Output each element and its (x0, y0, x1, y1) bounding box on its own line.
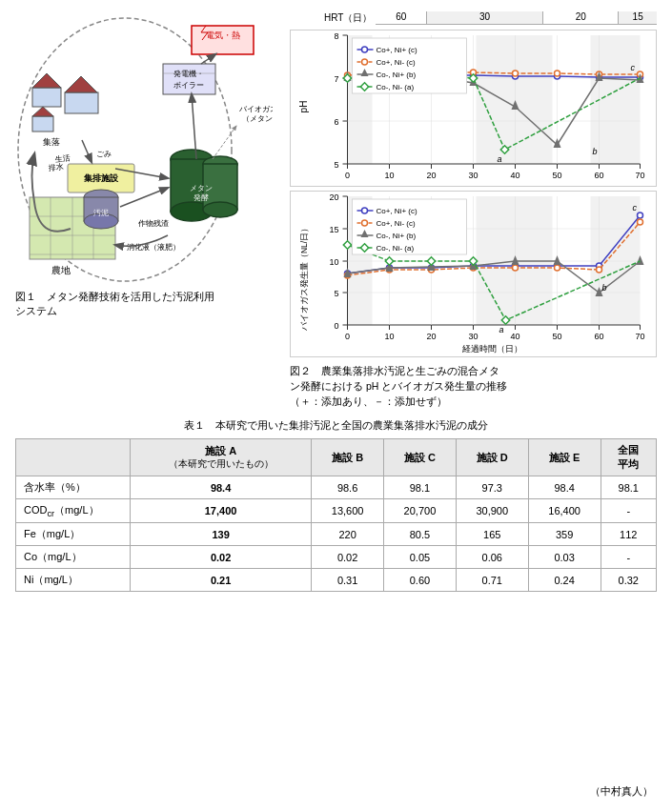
svg-text:バイオガス発生量（NL/日）: バイオガス発生量（NL/日） (299, 224, 309, 332)
svg-point-185 (638, 219, 643, 225)
svg-rect-197 (427, 257, 435, 265)
svg-rect-13 (32, 116, 53, 132)
fig2-caption: 図２ 農業集落排水汚泥と生ごみの混合メタ ン発酵における pH とバイオガス発生… (290, 364, 657, 409)
charts-area: HRT（日） 60 30 20 15 (290, 11, 657, 409)
svg-rect-11 (65, 92, 98, 113)
svg-rect-31 (163, 64, 215, 94)
cell-cod-c: 20,700 (384, 499, 457, 523)
svg-point-184 (597, 267, 602, 273)
svg-text:5: 5 (334, 160, 338, 170)
svg-text:b: b (602, 283, 607, 293)
svg-text:pH: pH (298, 101, 309, 113)
svg-text:Co+, Ni- (c): Co+, Ni- (c) (377, 219, 416, 228)
cell-co-c: 0.05 (384, 546, 457, 569)
cell-fe-e: 359 (528, 523, 601, 546)
cell-cod-nat: - (601, 499, 656, 523)
cell-ni-b: 0.31 (312, 569, 384, 592)
svg-text:汚泥: 汚泥 (93, 209, 109, 217)
svg-point-117 (362, 47, 368, 52)
cell-co-nat: - (601, 546, 656, 569)
svg-text:ごみ: ごみ (96, 150, 112, 158)
svg-text:70: 70 (635, 171, 644, 180)
ph-chart: 8 7 6 5 pH 0 10 20 (290, 30, 657, 187)
fig1-caption-line1: 図１ メタン発酵技術を活用した汚泥利用 (15, 291, 214, 302)
svg-text:10: 10 (384, 171, 394, 180)
svg-text:30: 30 (468, 171, 478, 180)
svg-point-28 (203, 202, 237, 217)
cell-moisture-b: 98.6 (312, 476, 384, 499)
table-row: Co（mg/L） 0.02 0.02 0.05 0.06 0.03 - (16, 546, 657, 569)
col-header-facility-a: 施設 A （本研究で用いたもの） (131, 439, 312, 476)
svg-text:10: 10 (384, 332, 394, 341)
svg-text:6: 6 (334, 117, 338, 127)
svg-text:20: 20 (426, 332, 436, 341)
page-container: 農地 集落 集排施設 汚泥 (0, 0, 672, 810)
svg-point-95 (513, 71, 519, 76)
svg-text:a: a (499, 325, 504, 334)
svg-text:60: 60 (594, 171, 603, 180)
svg-text:10: 10 (329, 257, 338, 267)
svg-point-120 (362, 59, 368, 65)
svg-text:c: c (633, 203, 638, 213)
hrt-label: HRT（日） (324, 11, 372, 25)
cell-fe-a: 139 (131, 523, 312, 546)
svg-text:集排施設: 集排施設 (84, 173, 119, 183)
col-header-facility-c: 施設 C (384, 439, 457, 476)
svg-text:20: 20 (329, 192, 338, 202)
svg-text:経過時間（日）: 経過時間（日） (461, 344, 522, 354)
svg-text:50: 50 (552, 171, 561, 180)
svg-point-207 (362, 220, 368, 226)
svg-point-204 (362, 208, 368, 213)
cell-cod-d: 30,900 (456, 499, 528, 523)
cell-fe-b: 220 (312, 523, 384, 546)
col-header-facility-e: 施設 E (528, 439, 601, 476)
table-row: 含水率（%） 98.4 98.6 98.1 97.3 98.4 98.1 (16, 476, 657, 499)
top-section: 農地 集落 集排施設 汚泥 (15, 11, 657, 409)
svg-text:40: 40 (510, 332, 519, 341)
table-title: 表１ 本研究で用いた集排汚泥と全国の農業集落排水汚泥の成分 (15, 418, 657, 433)
cell-co-a: 0.02 (131, 546, 312, 569)
svg-text:集落: 集落 (43, 137, 60, 147)
svg-text:ボイラー: ボイラー (173, 81, 204, 90)
col-header-facility-b: 施設 B (312, 439, 384, 476)
svg-text:排水: 排水 (48, 163, 64, 172)
svg-marker-14 (32, 107, 53, 116)
svg-text:（メタン）: （メタン） (242, 114, 273, 123)
svg-text:70: 70 (635, 332, 644, 341)
system-diagram: 農地 集落 集排施設 汚泥 (15, 11, 273, 288)
cell-ni-nat: 0.32 (601, 569, 656, 592)
svg-text:Co+, Ni+ (c): Co+, Ni+ (c) (377, 46, 417, 54)
hrt-seg-30: 30 (427, 11, 543, 24)
col-header-national-avg: 全国平均 (601, 439, 656, 476)
svg-text:20: 20 (426, 171, 436, 180)
svg-rect-196 (385, 257, 393, 265)
fig2-caption-line2: ン発酵における pH とバイオガス発生量の推移 (290, 380, 507, 392)
svg-text:バイオガス: バイオガス (238, 105, 273, 113)
svg-text:発酵: 発酵 (193, 193, 209, 202)
table-row: Fe（mg/L） 139 220 80.5 165 359 112 (16, 523, 657, 546)
cell-cod-e: 16,400 (528, 499, 601, 523)
author-line: （中村真人） (590, 784, 653, 799)
fig1-caption-line2: システム (15, 305, 57, 316)
svg-text:作物残渣: 作物残渣 (137, 219, 169, 228)
ph-chart-svg: 8 7 6 5 pH 0 10 20 (291, 30, 656, 188)
cell-ni-c: 0.60 (384, 569, 457, 592)
svg-text:5: 5 (334, 289, 338, 298)
svg-text:30: 30 (468, 332, 478, 341)
table-row: Ni（mg/L） 0.21 0.31 0.60 0.71 0.24 0.32 (16, 569, 657, 592)
svg-point-96 (555, 71, 560, 76)
row-label-ni: Ni（mg/L） (16, 569, 131, 592)
svg-text:50: 50 (552, 332, 561, 341)
svg-text:Co+, Ni+ (c): Co+, Ni+ (c) (377, 207, 417, 215)
fig2-caption-line1: 図２ 農業集落排水汚泥と生ごみの混合メタ (290, 365, 499, 376)
hrt-header: HRT（日） 60 30 20 15 (290, 11, 657, 25)
col-header-empty (16, 439, 131, 476)
fig1-caption: 図１ メタン発酵技術を活用した汚泥利用 システム (15, 290, 282, 318)
cell-ni-e: 0.24 (528, 569, 601, 592)
cell-ni-d: 0.71 (456, 569, 528, 592)
row-label-fe: Fe（mg/L） (16, 523, 131, 546)
row-label-moisture: 含水率（%） (16, 476, 131, 499)
svg-text:Co-, Ni- (a): Co-, Ni- (a) (377, 244, 415, 253)
cell-moisture-d: 97.3 (456, 476, 528, 499)
row-label-co: Co（mg/L） (16, 546, 131, 569)
